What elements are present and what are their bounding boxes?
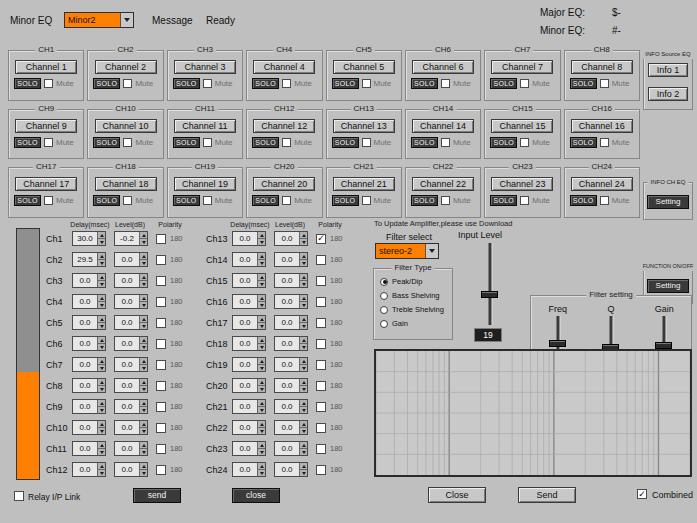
polarity-checkbox[interactable]: [316, 465, 326, 475]
mute-checkbox[interactable]: [123, 138, 132, 147]
solo-button[interactable]: SOLO: [14, 78, 41, 89]
solo-button[interactable]: SOLO: [93, 195, 120, 206]
level-spinner[interactable]: 0.0: [114, 399, 148, 414]
channel-button[interactable]: Channel 4: [253, 60, 315, 74]
info-2-button[interactable]: Info 2: [648, 87, 688, 101]
polarity-checkbox[interactable]: [156, 444, 166, 454]
polarity-checkbox[interactable]: [156, 381, 166, 391]
delay-spinner[interactable]: 0.0: [72, 462, 106, 477]
delay-spinner[interactable]: 30.0: [72, 231, 106, 246]
channel-button[interactable]: Channel 5: [333, 60, 395, 74]
solo-button[interactable]: SOLO: [14, 195, 41, 206]
spin-down-icon[interactable]: [139, 322, 147, 329]
spin-down-icon[interactable]: [299, 406, 307, 413]
spin-down-icon[interactable]: [257, 427, 265, 434]
polarity-checkbox[interactable]: [316, 339, 326, 349]
spin-down-icon[interactable]: [257, 364, 265, 371]
filter-type-option[interactable]: Bass Shelving: [380, 291, 447, 300]
delay-spinner[interactable]: 0.0: [232, 273, 266, 288]
mute-checkbox[interactable]: [203, 196, 212, 205]
polarity-checkbox[interactable]: [156, 255, 166, 265]
polarity-checkbox[interactable]: [316, 381, 326, 391]
spin-down-icon[interactable]: [97, 280, 105, 287]
mute-checkbox[interactable]: [600, 79, 609, 88]
delay-spinner[interactable]: 0.0: [232, 357, 266, 372]
spin-down-icon[interactable]: [299, 280, 307, 287]
solo-button[interactable]: SOLO: [173, 78, 200, 89]
level-spinner[interactable]: 0.0: [114, 441, 148, 456]
spin-down-icon[interactable]: [97, 406, 105, 413]
delay-spinner[interactable]: 0.0: [232, 294, 266, 309]
filter-select-dropdown[interactable]: stereo-2: [375, 243, 439, 259]
spin-down-icon[interactable]: [299, 259, 307, 266]
channel-button[interactable]: Channel 1: [15, 60, 77, 74]
mute-checkbox[interactable]: [123, 79, 132, 88]
level-spinner[interactable]: 0.0: [274, 420, 308, 435]
solo-button[interactable]: SOLO: [252, 137, 279, 148]
spin-down-icon[interactable]: [97, 385, 105, 392]
spin-down-icon[interactable]: [97, 469, 105, 476]
radio-icon[interactable]: [380, 278, 388, 286]
delay-spinner[interactable]: 0.0: [232, 420, 266, 435]
delay-spinner[interactable]: 29.5: [72, 252, 106, 267]
spin-down-icon[interactable]: [299, 343, 307, 350]
radio-icon[interactable]: [380, 320, 388, 328]
spin-down-icon[interactable]: [257, 259, 265, 266]
polarity-checkbox[interactable]: [316, 402, 326, 412]
relay-link-checkbox[interactable]: [14, 491, 24, 501]
info-1-button[interactable]: Info 1: [648, 63, 688, 77]
spin-down-icon[interactable]: [299, 364, 307, 371]
channel-button[interactable]: Channel 20: [253, 177, 315, 191]
mute-checkbox[interactable]: [362, 196, 371, 205]
solo-button[interactable]: SOLO: [252, 78, 279, 89]
spin-down-icon[interactable]: [139, 448, 147, 455]
filter-type-option[interactable]: Peak/Dip: [380, 277, 447, 286]
level-spinner[interactable]: 0.0: [274, 357, 308, 372]
chevron-down-icon[interactable]: [120, 13, 133, 27]
channel-button[interactable]: Channel 21: [333, 177, 395, 191]
spin-down-icon[interactable]: [139, 469, 147, 476]
delay-spinner[interactable]: 0.0: [72, 420, 106, 435]
level-spinner[interactable]: 0.0: [274, 378, 308, 393]
channel-button[interactable]: Channel 14: [412, 119, 474, 133]
spin-down-icon[interactable]: [257, 385, 265, 392]
polarity-checkbox[interactable]: ✓: [316, 234, 326, 244]
mute-checkbox[interactable]: [600, 196, 609, 205]
spin-down-icon[interactable]: [139, 364, 147, 371]
mute-checkbox[interactable]: [44, 79, 53, 88]
level-spinner[interactable]: 0.0: [274, 336, 308, 351]
channel-button[interactable]: Channel 3: [174, 60, 236, 74]
solo-button[interactable]: SOLO: [490, 137, 517, 148]
channel-button[interactable]: Channel 7: [491, 60, 553, 74]
delay-spinner[interactable]: 0.0: [72, 441, 106, 456]
spin-down-icon[interactable]: [299, 448, 307, 455]
combined-checkbox[interactable]: ✓: [637, 489, 647, 499]
send-button[interactable]: Send: [518, 487, 576, 503]
solo-button[interactable]: SOLO: [570, 137, 597, 148]
spin-down-icon[interactable]: [139, 301, 147, 308]
polarity-checkbox[interactable]: [316, 318, 326, 328]
solo-button[interactable]: SOLO: [490, 78, 517, 89]
mute-checkbox[interactable]: [282, 138, 291, 147]
channel-button[interactable]: Channel 18: [95, 177, 157, 191]
polarity-checkbox[interactable]: [316, 276, 326, 286]
solo-button[interactable]: SOLO: [332, 78, 359, 89]
level-spinner[interactable]: 0.0: [274, 231, 308, 246]
spin-down-icon[interactable]: [97, 259, 105, 266]
polarity-checkbox[interactable]: [316, 423, 326, 433]
solo-button[interactable]: SOLO: [570, 78, 597, 89]
level-spinner[interactable]: 0.0: [114, 357, 148, 372]
spin-down-icon[interactable]: [97, 322, 105, 329]
radio-icon[interactable]: [380, 306, 388, 314]
close-button[interactable]: Close: [428, 487, 486, 503]
spin-down-icon[interactable]: [139, 406, 147, 413]
delay-spinner[interactable]: 0.0: [232, 336, 266, 351]
spin-down-icon[interactable]: [257, 238, 265, 245]
spin-down-icon[interactable]: [299, 322, 307, 329]
channel-button[interactable]: Channel 17: [15, 177, 77, 191]
minor-eq-dropdown[interactable]: Minor2: [64, 12, 134, 28]
spin-down-icon[interactable]: [299, 427, 307, 434]
mute-checkbox[interactable]: [520, 196, 529, 205]
delay-spinner[interactable]: 0.0: [232, 441, 266, 456]
delay-spinner[interactable]: 0.0: [232, 378, 266, 393]
